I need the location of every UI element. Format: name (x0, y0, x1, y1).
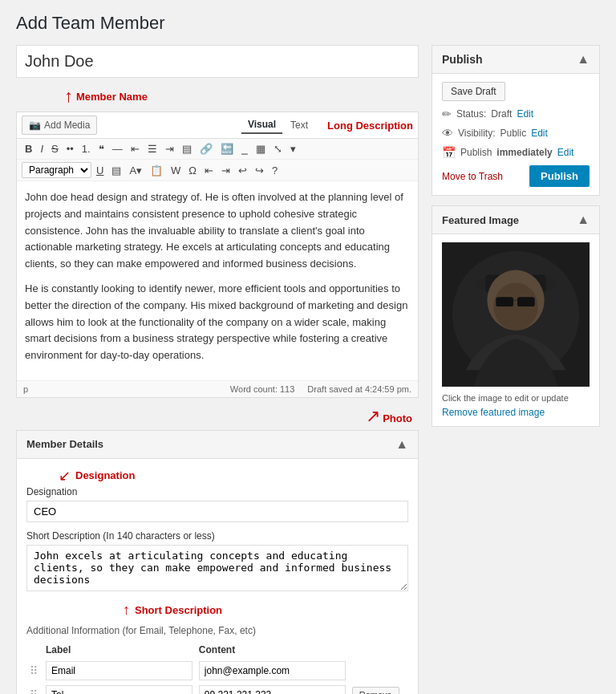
short-description-annotation: Short Description (135, 604, 222, 616)
drag-handle[interactable]: ⠿ (30, 688, 38, 694)
italic-button[interactable]: I (37, 141, 47, 156)
featured-image-box[interactable] (442, 242, 590, 387)
additional-info-table: Label Content ⠿ (26, 643, 408, 694)
text-color-button[interactable]: A▾ (126, 163, 145, 178)
tab-visual[interactable]: Visual (241, 116, 282, 134)
add-media-label: Add Media (44, 120, 90, 131)
align-left-button[interactable]: ⇤ (128, 141, 143, 156)
designation-input[interactable] (26, 501, 408, 522)
member-details-toggle[interactable]: ▲ (395, 437, 408, 452)
publish-title: Publish (442, 53, 483, 66)
page-title: Add Team Member (16, 13, 600, 34)
paste-text-button[interactable]: 📋 (147, 163, 166, 178)
status-value: Draft (491, 108, 512, 120)
redo-button[interactable]: ↪ (252, 163, 267, 178)
table-button[interactable]: ▦ (253, 141, 269, 156)
table-row: ⠿ (26, 659, 408, 683)
publish-panel: Publish ▲ Save Draft ✏ Status: Draft Edi… (432, 45, 600, 196)
align-right-button[interactable]: ⇥ (162, 141, 177, 156)
status-label: Status: (456, 108, 486, 120)
strikethrough-button[interactable]: S (48, 141, 62, 156)
calendar-icon: 📅 (442, 146, 456, 159)
table-row: ⠿ Remove (26, 683, 408, 694)
member-details-title: Member Details (26, 438, 103, 450)
designation-label: Designation (26, 486, 408, 497)
justify-button[interactable]: ▤ (108, 163, 124, 178)
publish-edit-link[interactable]: Edit (557, 147, 574, 158)
remove-featured-image-link[interactable]: Remove featured image (442, 407, 545, 418)
field-label-input[interactable] (46, 685, 192, 694)
drag-handle[interactable]: ⠿ (30, 664, 38, 677)
paragraph-select[interactable]: Paragraph (22, 162, 91, 178)
media-icon: 📷 (29, 120, 41, 131)
member-name-annotation: Member Name (76, 91, 148, 103)
help-button[interactable]: ? (269, 163, 281, 178)
publish-button[interactable]: Publish (529, 165, 590, 187)
publish-panel-toggle[interactable]: ▲ (577, 52, 590, 67)
content-paragraph-1: John doe head design and strategy of. He… (25, 189, 410, 273)
insert-more-button[interactable]: ⎯ (238, 141, 251, 156)
publish-time: immediately (496, 147, 552, 158)
toolbar-toggle-button[interactable]: ▾ (287, 141, 299, 156)
visibility-label: Visibility: (458, 128, 495, 139)
unordered-list-button[interactable]: •• (63, 141, 77, 156)
person-photo (442, 242, 590, 387)
short-desc-label: Short Description (In 140 characters or … (26, 530, 408, 542)
editor-footer: p Word count: 113 Draft saved at 4:24:59… (17, 380, 418, 397)
ordered-list-button[interactable]: 1. (79, 141, 94, 156)
featured-image-caption: Click the image to edit or update (442, 393, 590, 403)
content-paragraph-2: He is constantly looking to identify new… (25, 281, 410, 364)
featured-image-title: Featured Image (442, 214, 519, 226)
undo-button[interactable]: ↩ (235, 163, 250, 178)
short-desc-textarea[interactable]: John excels at articulating concepts and… (26, 545, 408, 591)
move-to-trash-link[interactable]: Move to Trash (442, 171, 503, 182)
member-details-panel: Member Details ▲ ↙ Designation Designati… (16, 430, 419, 694)
special-char-button[interactable]: Ω (185, 163, 200, 178)
status-edit-link[interactable]: Edit (517, 108, 533, 120)
draft-saved: Draft saved at 4:24:59 pm. (307, 384, 411, 394)
save-draft-button[interactable]: Save Draft (442, 82, 505, 101)
designation-annotation: Designation (75, 469, 135, 481)
editor-box: 📷 Add Media Visual Text Long Description… (16, 112, 419, 398)
member-name-input[interactable] (16, 45, 419, 78)
underline-button[interactable]: U (93, 163, 107, 178)
align-justify-button[interactable]: ▤ (179, 141, 195, 156)
svg-rect-7 (517, 297, 535, 306)
unlink-button[interactable]: 🔙 (217, 141, 237, 156)
additional-info-label: Additional Information (for Email, Telep… (26, 625, 408, 636)
field-label-input[interactable] (46, 661, 192, 680)
fullscreen-button[interactable]: ⤡ (270, 141, 286, 156)
horizontal-rule-button[interactable]: — (109, 141, 126, 156)
photo-annotation: Photo (383, 412, 412, 424)
featured-image-toggle[interactable]: ▲ (577, 213, 590, 227)
outdent-button[interactable]: ⇤ (201, 163, 217, 178)
tab-text[interactable]: Text (284, 116, 314, 134)
long-description-annotation: Long Description (327, 120, 413, 132)
toolbar-row-1: B I S •• 1. ❝ — ⇤ ☰ ⇥ ▤ 🔗 🔙 ⎯ ▦ ⤡ ▾ (17, 139, 418, 160)
visibility-edit-link[interactable]: Edit (531, 128, 548, 139)
word-count: Word count: 113 (230, 384, 295, 394)
col-label-header: Label (43, 643, 196, 659)
svg-point-5 (493, 282, 537, 330)
blockquote-button[interactable]: ❝ (95, 141, 107, 156)
svg-rect-6 (496, 297, 513, 306)
eye-icon: 👁 (442, 127, 453, 140)
publish-label: Publish (460, 147, 492, 158)
col-content-header: Content (196, 643, 349, 659)
remove-field-button[interactable]: Remove (352, 687, 399, 694)
paste-word-button[interactable]: W (168, 163, 184, 178)
indent-button[interactable]: ⇥ (218, 163, 233, 178)
bold-button[interactable]: B (22, 141, 35, 156)
visibility-value: Public (500, 128, 526, 139)
pencil-icon: ✏ (442, 108, 452, 120)
editor-tag: p (23, 384, 28, 394)
field-content-input[interactable] (199, 685, 346, 694)
link-button[interactable]: 🔗 (197, 141, 216, 156)
toolbar-row-2: Paragraph U ▤ A▾ 📋 W Ω ⇤ ⇥ ↩ ↪ ? (17, 160, 418, 181)
editor-content[interactable]: John doe head design and strategy of. He… (17, 181, 418, 380)
add-media-button[interactable]: 📷 Add Media (22, 116, 97, 135)
featured-image-panel: Featured Image ▲ (432, 205, 600, 427)
align-center-button[interactable]: ☰ (144, 141, 160, 156)
field-content-input[interactable] (199, 661, 346, 680)
